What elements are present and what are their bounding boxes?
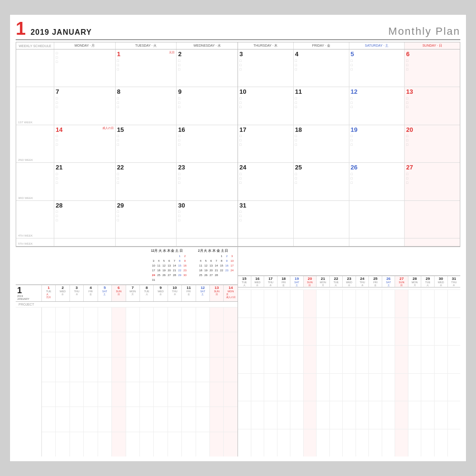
wednesday-header: WEDNESDAY · 水	[177, 42, 238, 49]
project-day-cols-left	[42, 307, 238, 456]
strip-month-num-left: 1	[17, 286, 40, 295]
right-empty-4	[405, 238, 460, 246]
header: 1 2019 JANUARY Monthly Plan	[16, 20, 460, 40]
day-num-9: 9	[178, 88, 236, 96]
week-label-1	[16, 50, 54, 87]
header-left: 1 2019 JANUARY	[16, 20, 92, 38]
day-num-4: 4	[295, 50, 347, 58]
day-num-3: 3	[239, 50, 292, 58]
right-empty-3	[349, 238, 405, 246]
monthly-plan-title: Monthly Plan	[388, 25, 460, 38]
proj-r-col-21	[317, 290, 330, 456]
strip-day-7: 7MON月	[126, 285, 140, 301]
day-num-31: 31	[239, 202, 292, 209]
day-sun-w1: 6	[405, 50, 460, 87]
strip-day-jp-1: 火元日	[46, 293, 51, 298]
day-tue-w4: 22	[116, 163, 177, 200]
strip-day-21: 21MON月	[317, 276, 330, 287]
day-num-19: 19	[351, 126, 403, 134]
strip-day-3: 3THU木	[70, 285, 84, 301]
proj-col-1	[42, 307, 56, 456]
strip-day-13: 13SUN日	[210, 285, 224, 301]
proj-col-3	[70, 307, 84, 456]
project-day-cols-right	[238, 290, 460, 456]
strip-days-left: 1 TUE 火元日 2WED水 3THU木 4FRI金 5SAT土	[42, 285, 238, 301]
proj-col-7	[126, 307, 140, 456]
right-week-row-1: 3 4 5 6	[238, 50, 460, 87]
day-empty-1	[54, 238, 116, 246]
strip-day-28: 28MON月	[408, 276, 422, 287]
strip-day-17: 17THU木	[264, 276, 278, 287]
proj-r-col-29	[421, 290, 435, 456]
day-num-24: 24	[239, 164, 292, 171]
week-row-2: 1ST WEEK 7 8 9	[16, 87, 238, 125]
day-num-10: 10	[239, 88, 292, 96]
right-panel: THURSDAY · 木 FRIDAY · 金 SATURDAY · 土 SUN…	[238, 42, 460, 246]
right-week-row-2: 10 11 12 13	[238, 87, 460, 125]
strip-day-2: 2WED水	[56, 285, 69, 301]
mini-cal-dec: 12月 火 水 木 金 土 日 12 3456789 1011121314151…	[151, 249, 188, 282]
proj-r-col-26	[382, 290, 396, 456]
proj-r-col-28	[408, 290, 422, 456]
date-strip-left: 1 2019JANUARY 1 TUE 火元日 2WED水 3THU木	[16, 285, 238, 302]
day-wed-w5: 30	[177, 201, 238, 238]
project-grid-left[interactable]	[16, 307, 238, 456]
strip-days-right: 15TUE火 16WED水 17THU木 18FRI金 19SAT土	[238, 276, 460, 287]
day-thu-w5: 31	[238, 201, 294, 238]
left-panel: WEEKLY SCHEDULE MONDAY · 月 TUESDAY · 火 W…	[16, 42, 238, 246]
strip-month-name-left: 2019JANUARY	[17, 295, 40, 300]
proj-r-col-30	[435, 290, 448, 456]
day-fri-w3: 18	[294, 125, 349, 162]
day-wed-w4: 23	[177, 163, 238, 200]
day-sat-empty	[349, 201, 405, 238]
week-label-6: 5TH WEEK	[16, 238, 54, 246]
day-sun-w3: 20	[405, 125, 460, 162]
day-empty-3	[177, 238, 238, 246]
strip-day-15: 15TUE火	[238, 276, 251, 287]
project-label-left: PROJECT	[16, 302, 238, 307]
proj-r-col-22	[330, 290, 343, 456]
proj-r-col-31	[448, 290, 461, 456]
proj-r-col-27-sun	[395, 290, 408, 456]
day-tue-w5: 29	[116, 201, 177, 238]
day-mon-w2: 7	[54, 87, 116, 124]
day-mon-w1	[54, 50, 116, 87]
proj-col-14-holiday	[224, 307, 237, 456]
day-num-15: 15	[117, 126, 175, 134]
week-label-2: 1ST WEEK	[16, 87, 54, 124]
day-sun-empty	[405, 201, 460, 238]
day-mon-w4: 21	[54, 163, 116, 200]
strip-day-5: 5SAT土	[98, 285, 112, 301]
day-mon-w3: 14 成人の日	[54, 125, 116, 162]
project-grid-right[interactable]	[238, 290, 460, 456]
day-fri-w1: 4	[294, 50, 349, 87]
strip-day-1: 1 TUE 火元日	[42, 285, 56, 301]
proj-r-col-19	[290, 290, 304, 456]
day-num-8: 8	[117, 88, 175, 96]
week-label-4: 3RD WEEK	[16, 163, 54, 200]
mini-cals-left: 12月 火 水 木 金 土 日 12 3456789 1011121314151…	[16, 247, 238, 285]
bottom-section: 12月 火 水 木 金 土 日 12 3456789 1011121314151…	[16, 247, 460, 456]
day-mon-w5: 28	[54, 201, 116, 238]
strip-day-19: 19SAT土	[290, 276, 304, 287]
left-week-rows: 1 元日 2 1ST WEEK 7	[16, 50, 238, 246]
day-num-17: 17	[239, 126, 292, 134]
day-num-26: 26	[351, 164, 403, 171]
proj-r-col-25	[369, 290, 382, 456]
day-num-6: 6	[406, 50, 458, 58]
day-num-18: 18	[295, 126, 347, 134]
day-num-20: 20	[406, 126, 458, 134]
tuesday-header: TUESDAY · 火	[116, 42, 177, 49]
proj-col-12	[196, 307, 210, 456]
proj-r-col-15	[238, 290, 251, 456]
mini-cal-feb: 2月 火 水 木 金 土 日 123 45678910 111213141516…	[198, 249, 235, 282]
week-row-1: 1 元日 2	[16, 50, 238, 87]
day-wed-w1: 2	[177, 50, 238, 87]
holiday-label-14: 成人の日	[102, 126, 114, 130]
date-strip-right: 15TUE火 16WED水 17THU木 18FRI金 19SAT土	[238, 276, 460, 288]
proj-r-col-23	[343, 290, 356, 456]
right-week-row-6	[238, 238, 460, 246]
strip-month-label-left: 1 2019JANUARY	[16, 285, 42, 301]
left-bottom: 12月 火 水 木 金 土 日 12 3456789 1011121314151…	[16, 247, 238, 456]
month-number: 1	[16, 20, 26, 38]
